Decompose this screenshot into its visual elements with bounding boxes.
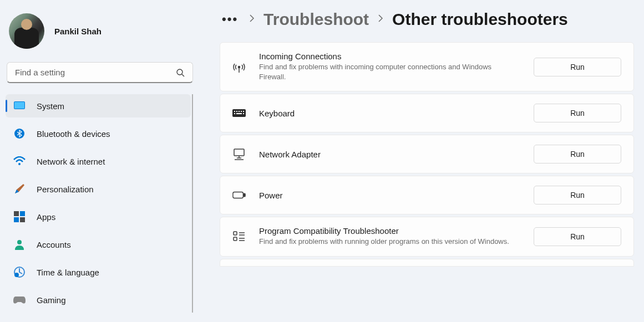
svg-rect-31 xyxy=(234,237,237,241)
card-desc: Find and fix problems with running older… xyxy=(259,237,520,247)
svg-rect-21 xyxy=(234,113,235,114)
avatar xyxy=(9,13,44,49)
sidebar-item-accounts[interactable]: Accounts xyxy=(6,233,191,256)
card-title: Power xyxy=(259,191,520,200)
search-container xyxy=(4,62,195,83)
scrollbar[interactable] xyxy=(192,94,193,313)
sidebar-item-label: Personalization xyxy=(37,185,94,194)
svg-rect-17 xyxy=(236,111,237,112)
svg-rect-18 xyxy=(239,111,240,112)
sidebar-item-bluetooth[interactable]: Bluetooth & devices xyxy=(6,122,191,145)
main-content: ••• Troubleshoot Other troubleshooters I… xyxy=(200,0,644,322)
svg-point-5 xyxy=(18,163,21,165)
page-title: Other troubleshooters xyxy=(392,10,568,29)
breadcrumb: ••• Troubleshoot Other troubleshooters xyxy=(220,10,634,29)
nav: System Bluetooth & devices Network & int… xyxy=(4,93,195,313)
svg-rect-3 xyxy=(14,102,24,109)
sidebar-item-label: System xyxy=(37,101,64,111)
breadcrumb-parent[interactable]: Troubleshoot xyxy=(263,10,369,29)
sidebar-item-label: Gaming xyxy=(37,295,66,305)
svg-rect-16 xyxy=(234,111,235,112)
sidebar-item-label: Accounts xyxy=(37,240,71,249)
troubleshooter-program-compatibility: Program Compatibility Troubleshooter Fin… xyxy=(220,217,634,256)
svg-point-12 xyxy=(14,273,19,277)
sidebar-item-label: Apps xyxy=(37,212,55,222)
troubleshooter-incoming-connections: Incoming Connections Find and fix proble… xyxy=(220,42,634,91)
gaming-icon xyxy=(13,294,26,306)
svg-rect-19 xyxy=(241,111,242,112)
card-text: Program Compatibility Troubleshooter Fin… xyxy=(259,226,520,247)
program-compat-icon xyxy=(232,230,246,243)
svg-rect-30 xyxy=(234,232,237,235)
accounts-icon xyxy=(13,238,26,251)
breadcrumb-overflow[interactable]: ••• xyxy=(220,12,240,27)
svg-line-1 xyxy=(182,74,184,76)
troubleshooter-power: Power Run xyxy=(220,176,634,214)
card-text: Incoming Connections Find and fix proble… xyxy=(259,52,520,82)
chevron-right-icon xyxy=(378,14,383,25)
sidebar-item-time-language[interactable]: Time & language xyxy=(6,260,191,284)
user-name: Pankil Shah xyxy=(54,27,102,36)
wifi-icon xyxy=(13,155,26,167)
troubleshooter-keyboard: Keyboard Run xyxy=(220,94,634,132)
svg-rect-28 xyxy=(233,192,243,198)
paintbrush-icon xyxy=(13,183,26,195)
sidebar-item-gaming[interactable]: Gaming xyxy=(6,288,191,311)
run-button[interactable]: Run xyxy=(534,104,621,122)
troubleshooter-list: Incoming Connections Find and fix proble… xyxy=(220,42,634,267)
sidebar-item-personalization[interactable]: Personalization xyxy=(6,177,191,201)
card-desc: Find and fix problems with incoming comp… xyxy=(259,62,520,82)
card-title: Network Adapter xyxy=(259,150,520,159)
card-text: Network Adapter xyxy=(259,150,520,159)
battery-icon xyxy=(232,188,246,202)
svg-rect-7 xyxy=(20,211,25,216)
sidebar-item-apps[interactable]: Apps xyxy=(6,205,191,228)
card-text: Keyboard xyxy=(259,109,520,118)
svg-rect-24 xyxy=(234,149,244,156)
troubleshooter-network-adapter: Network Adapter Run xyxy=(220,135,634,173)
sidebar-item-label: Bluetooth & devices xyxy=(37,129,110,139)
apps-icon xyxy=(13,211,26,223)
sidebar-item-system[interactable]: System xyxy=(6,94,191,117)
run-button[interactable]: Run xyxy=(534,227,621,246)
card-title: Program Compatibility Troubleshooter xyxy=(259,226,520,236)
antenna-icon xyxy=(232,60,246,74)
svg-rect-23 xyxy=(243,113,244,114)
search-icon xyxy=(176,68,185,77)
sidebar: Pankil Shah System Bluetooth & devices xyxy=(0,0,200,322)
svg-rect-8 xyxy=(14,217,19,222)
svg-point-10 xyxy=(17,240,22,244)
svg-rect-20 xyxy=(243,111,244,112)
svg-rect-22 xyxy=(236,113,242,114)
run-button[interactable]: Run xyxy=(534,186,621,205)
system-icon xyxy=(13,100,26,112)
network-adapter-icon xyxy=(232,147,246,161)
card-text: Power xyxy=(259,191,520,200)
sidebar-item-label: Network & internet xyxy=(37,157,105,166)
search-input[interactable] xyxy=(15,68,176,77)
bluetooth-icon xyxy=(13,127,26,140)
chevron-right-icon xyxy=(249,14,255,25)
user-profile[interactable]: Pankil Shah xyxy=(4,10,195,62)
run-button[interactable]: Run xyxy=(534,145,621,163)
card-title: Incoming Connections xyxy=(259,52,520,61)
svg-rect-6 xyxy=(14,211,19,216)
time-language-icon xyxy=(13,266,26,278)
keyboard-icon xyxy=(232,106,246,120)
sidebar-item-network[interactable]: Network & internet xyxy=(6,150,191,173)
svg-rect-9 xyxy=(20,217,25,222)
card-title: Keyboard xyxy=(259,109,520,118)
sidebar-item-label: Time & language xyxy=(37,268,99,277)
svg-rect-29 xyxy=(244,194,245,197)
search-box[interactable] xyxy=(7,62,193,83)
troubleshooter-partial xyxy=(220,259,634,267)
run-button[interactable]: Run xyxy=(534,58,621,76)
svg-point-0 xyxy=(177,69,182,75)
